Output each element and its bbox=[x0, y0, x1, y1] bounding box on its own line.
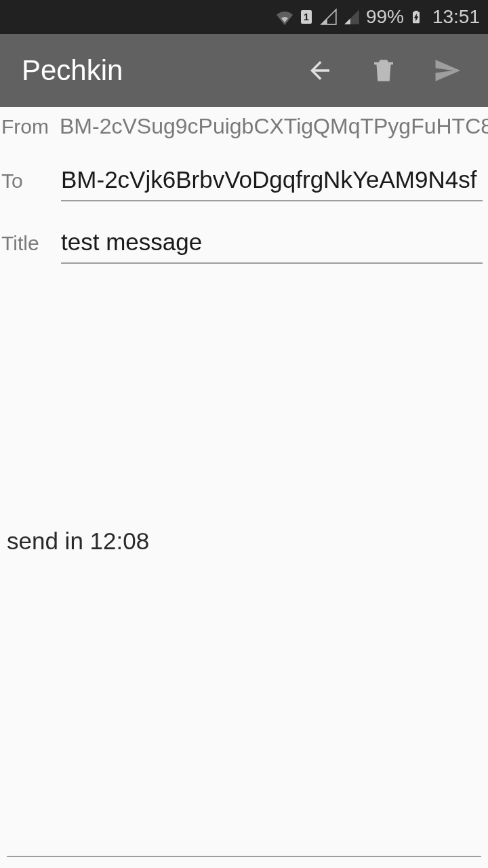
back-button[interactable] bbox=[293, 43, 347, 98]
body-underline bbox=[7, 856, 481, 857]
from-label: From bbox=[1, 115, 60, 138]
svg-rect-3 bbox=[414, 11, 418, 12]
sim-1-icon: 1 bbox=[298, 9, 314, 25]
compose-form: From BM-2cVSug9cPuigbCXTigQMqTPygFuHTC8X… bbox=[0, 107, 488, 868]
svg-text:1: 1 bbox=[304, 12, 309, 22]
wifi-icon bbox=[277, 9, 293, 25]
signal-icon-2 bbox=[343, 8, 361, 26]
clock-time: 13:51 bbox=[432, 6, 480, 28]
message-body[interactable]: send in 12:08 bbox=[7, 528, 481, 555]
signal-icon-1 bbox=[320, 8, 338, 26]
send-button[interactable] bbox=[420, 43, 474, 98]
app-bar: Pechkin bbox=[0, 34, 488, 107]
from-field-row: From BM-2cVSug9cPuigbCXTigQMqTPygFuHTC8X… bbox=[0, 107, 488, 139]
to-field-row: To bbox=[0, 139, 488, 201]
delete-button[interactable] bbox=[357, 43, 411, 98]
to-label: To bbox=[1, 170, 60, 193]
send-icon bbox=[433, 56, 462, 85]
battery-percentage: 99% bbox=[366, 6, 404, 28]
title-label: Title bbox=[1, 232, 60, 255]
app-title: Pechkin bbox=[14, 54, 283, 87]
trash-icon bbox=[369, 56, 398, 85]
arrow-left-icon bbox=[306, 56, 334, 85]
battery-charging-icon bbox=[409, 7, 423, 27]
to-input[interactable] bbox=[61, 163, 483, 201]
status-bar: 1 99% 13:51 bbox=[0, 0, 488, 34]
title-input[interactable] bbox=[61, 226, 483, 264]
title-field-row: Title bbox=[0, 201, 488, 264]
from-address[interactable]: BM-2cVSug9cPuigbCXTigQMqTPygFuHTC8XUN bbox=[60, 114, 488, 139]
